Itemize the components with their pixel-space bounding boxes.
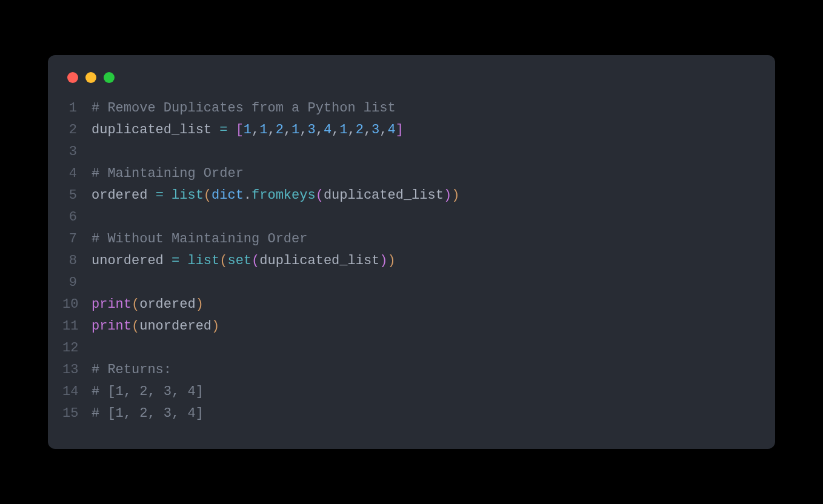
line-number: 4	[62, 163, 92, 185]
code-line: 1 # Remove Duplicates from a Python list	[62, 98, 761, 119]
identifier-token: ordered	[139, 297, 195, 312]
code-line: 15 # [1, 2, 3, 4]	[62, 403, 761, 425]
code-window: 1 # Remove Duplicates from a Python list…	[48, 55, 775, 449]
number-token: 2	[356, 122, 364, 138]
bracket-token: ]	[396, 122, 404, 138]
window-titlebar	[48, 72, 775, 98]
code-line: 4 # Maintaining Order	[62, 163, 761, 185]
number-token: 3	[307, 122, 315, 138]
code-line: 12	[62, 337, 761, 359]
identifier-token: unordered	[139, 319, 212, 334]
line-number: 2	[62, 119, 92, 141]
line-number: 1	[62, 98, 92, 119]
paren-token: (	[219, 253, 227, 268]
builtin-token: print	[92, 319, 132, 334]
operator-token: =	[156, 188, 164, 203]
code-line: 13 # Returns:	[62, 359, 761, 381]
builtin-token: print	[92, 297, 132, 312]
paren-token: )	[451, 188, 459, 203]
number-token: 1	[292, 122, 299, 138]
bracket-token: [	[236, 122, 244, 138]
paren-token: (	[316, 188, 324, 203]
paren-token: )	[388, 253, 396, 268]
line-number: 11	[62, 316, 92, 337]
line-number: 8	[62, 250, 92, 272]
code-line: 9	[62, 272, 761, 294]
code-line: 11 print(unordered)	[62, 316, 761, 337]
builtin-token: set	[227, 253, 252, 268]
paren-token: (	[252, 253, 259, 268]
line-number: 14	[62, 381, 92, 403]
paren-token: )	[196, 297, 204, 312]
number-token: 3	[372, 122, 379, 138]
code-line: 8 unordered = list(set(duplicated_list))	[62, 250, 761, 272]
paren-token: )	[444, 188, 451, 203]
line-number: 12	[62, 337, 92, 359]
line-number: 6	[62, 207, 92, 228]
operator-token: =	[219, 122, 227, 138]
line-number: 5	[62, 185, 92, 207]
number-token: 1	[339, 122, 347, 138]
code-line: 6	[62, 207, 761, 228]
code-line: 3	[62, 141, 761, 163]
line-number: 7	[62, 228, 92, 250]
method-token: fromkeys	[252, 188, 316, 203]
paren-token: )	[379, 253, 387, 268]
operator-token: =	[172, 253, 179, 268]
code-line: 7 # Without Maintaining Order	[62, 228, 761, 250]
identifier-token: unordered	[92, 253, 172, 268]
comment-token: # [1, 2, 3, 4]	[92, 384, 204, 399]
comment-token: # Remove Duplicates from a Python list	[92, 101, 396, 116]
comment-token: # Maintaining Order	[92, 166, 244, 181]
builtin-token: dict	[212, 188, 244, 203]
paren-token: (	[204, 188, 212, 203]
builtin-token: list	[172, 188, 204, 203]
minimize-button[interactable]	[85, 72, 96, 83]
comment-token: # Without Maintaining Order	[92, 231, 307, 247]
line-number: 10	[62, 294, 92, 316]
identifier-token: duplicated_list	[92, 122, 219, 138]
line-number: 9	[62, 272, 92, 294]
number-token: 1	[244, 122, 252, 138]
code-editor[interactable]: 1 # Remove Duplicates from a Python list…	[48, 98, 775, 425]
number-token: 4	[324, 122, 332, 138]
code-line: 14 # [1, 2, 3, 4]	[62, 381, 761, 403]
comment-token: # Returns:	[92, 362, 172, 377]
line-number: 13	[62, 359, 92, 381]
paren-token: )	[212, 319, 219, 334]
paren-token: (	[132, 297, 139, 312]
maximize-button[interactable]	[104, 72, 115, 83]
code-line: 2 duplicated_list = [1,1,2,1,3,4,1,2,3,4…	[62, 119, 761, 141]
number-token: 1	[259, 122, 267, 138]
number-token: 2	[276, 122, 284, 138]
code-line: 10 print(ordered)	[62, 294, 761, 316]
comment-token: # [1, 2, 3, 4]	[92, 406, 204, 421]
close-button[interactable]	[67, 72, 78, 83]
identifier-token: ordered	[92, 188, 156, 203]
line-number: 3	[62, 141, 92, 163]
identifier-token: duplicated_list	[259, 253, 379, 268]
identifier-token: duplicated_list	[324, 188, 444, 203]
number-token: 4	[388, 122, 396, 138]
code-line: 5 ordered = list(dict.fromkeys(duplicate…	[62, 185, 761, 207]
builtin-token: list	[187, 253, 219, 268]
line-number: 15	[62, 403, 92, 425]
paren-token: (	[132, 319, 139, 334]
